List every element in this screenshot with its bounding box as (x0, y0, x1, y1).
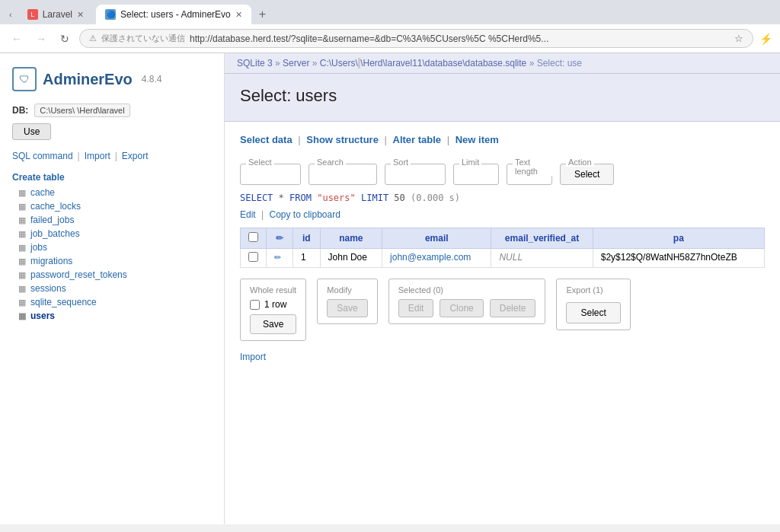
sidebar-table-item-cache[interactable]: ▦cache (6, 186, 224, 199)
table-link-sqlite_sequence[interactable]: sqlite_sequence (30, 297, 97, 307)
bookmark-btn[interactable]: ☆ (734, 33, 743, 44)
th-checkbox (241, 228, 267, 249)
table-icon: ▦ (18, 270, 26, 280)
edit-link[interactable]: Edit (240, 209, 256, 220)
sidebar-table-item-password_reset_tokens[interactable]: ▦password_reset_tokens (6, 268, 224, 282)
breadcrumb-current: Select: use (537, 58, 582, 68)
th-edit-icon: ✏ (267, 228, 293, 249)
breadcrumb-db[interactable]: C:\Users\ \Herd\laravel11\database\datab… (320, 58, 527, 68)
export-label: Export (1) (566, 285, 620, 295)
breadcrumb-server[interactable]: Server (283, 58, 309, 68)
sort-pa-link[interactable]: pa (673, 233, 684, 244)
tab-adminer-close[interactable]: ✕ (235, 10, 242, 20)
th-name[interactable]: name (320, 228, 382, 249)
modify-actions: Save (327, 299, 367, 317)
selected-clone-btn[interactable]: Clone (440, 299, 483, 317)
edit-pencil-icon: ✏ (276, 233, 283, 244)
data-table: ✏ id name email email_verified_at pa (240, 228, 765, 268)
copy-to-clipboard-link[interactable]: Copy to clipboard (269, 209, 340, 220)
row-checkbox[interactable] (248, 252, 258, 262)
sort-filter-input[interactable] (385, 164, 446, 185)
refresh-btn[interactable]: ↻ (56, 31, 73, 46)
save-button[interactable]: Save (250, 314, 296, 334)
table-link-jobs[interactable]: jobs (30, 242, 47, 253)
select-data-link[interactable]: Select data (240, 134, 292, 145)
breadcrumb-sqlite[interactable]: SQLite 3 (237, 58, 273, 68)
sidebar-table-item-migrations[interactable]: ▦migrations (6, 254, 224, 268)
table-link-users[interactable]: users (30, 311, 55, 321)
sidebar-table-item-sqlite_sequence[interactable]: ▦sqlite_sequence (6, 295, 224, 309)
th-id[interactable]: id (292, 228, 320, 249)
th-pa[interactable]: pa (593, 228, 764, 249)
selected-delete-btn[interactable]: Delete (490, 299, 536, 317)
extension-btn[interactable]: ⚡ (759, 33, 772, 45)
table-link-job_batches[interactable]: job_batches (30, 228, 80, 239)
action-group: Action Select (560, 164, 614, 185)
select-all-checkbox[interactable] (248, 232, 258, 242)
tab-laravel-close[interactable]: ✕ (77, 10, 84, 20)
table-icon: ▦ (18, 202, 26, 212)
table-icon: ▦ (18, 311, 26, 321)
nav-bar: ← → ↻ ⚠ 保護されていない通信 http://database.herd.… (0, 24, 780, 53)
sql-command-link[interactable]: SQL command (12, 151, 73, 161)
filter-select-button[interactable]: Select (560, 164, 614, 185)
new-item-link[interactable]: New item (456, 134, 499, 145)
sort-email-link[interactable]: email (425, 233, 449, 244)
sql-query-display: SELECT * FROM "users" LIMIT 50 (0.000 s) (240, 193, 765, 203)
export-select-btn[interactable]: Select (566, 302, 620, 323)
import-link-sidebar[interactable]: Import (85, 151, 110, 161)
sort-name-link[interactable]: name (339, 233, 363, 244)
table-link-cache_locks[interactable]: cache_locks (30, 201, 81, 212)
selected-edit-btn[interactable]: Edit (398, 299, 434, 317)
textlength-group: Text length 100 (507, 164, 552, 185)
whole-result-box: Whole result 1 row Save (240, 279, 306, 341)
tab-laravel[interactable]: L Laravel ✕ (18, 5, 93, 24)
table-list: ▦cache▦cache_locks▦failed_jobs▦job_batch… (0, 186, 224, 323)
row-edit-cell: ✏ (267, 249, 293, 268)
sql-keyword-select: SELECT (240, 193, 273, 203)
back-btn[interactable]: ← (8, 31, 26, 46)
tab-adminer[interactable]: 🔵 Select: users - AdminerEvo ✕ (96, 5, 251, 24)
table-link-password_reset_tokens[interactable]: password_reset_tokens (30, 269, 127, 280)
sidebar-table-item-jobs[interactable]: ▦jobs (6, 241, 224, 254)
import-anchor[interactable]: Import (240, 352, 266, 362)
tab-overflow-btn[interactable]: ‹ (6, 7, 15, 22)
forward-btn[interactable]: → (32, 31, 50, 46)
limit-input[interactable]: 50 (453, 164, 499, 185)
new-tab-btn[interactable]: + (254, 6, 270, 23)
sidebar: 🛡 AdminerEvo 4.8.4 DB: C:\Users\ \Herd\l… (0, 53, 225, 524)
row-edit-icon[interactable]: ✏ (274, 253, 281, 262)
table-row: ✏ 1 John Doe john@example.com NULL $2y$1… (241, 249, 765, 268)
textlength-label: Text length (513, 158, 552, 176)
search-filter-label: Search (315, 158, 346, 167)
logo-icon: 🛡 (12, 67, 37, 91)
th-email-verified-at[interactable]: email_verified_at (491, 228, 593, 249)
table-link-sessions[interactable]: sessions (30, 283, 66, 294)
select-filter-input[interactable] (240, 164, 301, 185)
tab-adminer-label: Select: users - AdminerEvo (120, 9, 231, 20)
th-email[interactable]: email (382, 228, 491, 249)
table-link-failed_jobs[interactable]: failed_jobs (30, 215, 74, 225)
sidebar-table-item-job_batches[interactable]: ▦job_batches (6, 227, 224, 241)
action-label: Action (566, 158, 594, 167)
row-count-text: 1 row (264, 299, 286, 310)
table-link-migrations[interactable]: migrations (30, 256, 72, 266)
sidebar-table-item-sessions[interactable]: ▦sessions (6, 282, 224, 295)
table-link-cache[interactable]: cache (30, 187, 55, 198)
modify-save-btn[interactable]: Save (327, 299, 367, 317)
whole-result-checkbox[interactable] (250, 300, 260, 310)
sql-timing: (0.000 s) (411, 193, 460, 203)
address-bar[interactable]: ⚠ 保護されていない通信 http://database.herd.test/?… (79, 29, 753, 48)
show-structure-link[interactable]: Show structure (306, 134, 379, 145)
create-table-link[interactable]: Create table (0, 167, 224, 186)
export-link-sidebar[interactable]: Export (122, 151, 149, 161)
sidebar-table-item-users[interactable]: ▦users (6, 309, 224, 323)
search-filter-input[interactable] (308, 164, 377, 185)
select-filter-group: Select (240, 164, 301, 185)
sidebar-table-item-cache_locks[interactable]: ▦cache_locks (6, 199, 224, 213)
sort-email-verified-link[interactable]: email_verified_at (505, 233, 579, 244)
alter-table-link[interactable]: Alter table (393, 134, 442, 145)
sidebar-table-item-failed_jobs[interactable]: ▦failed_jobs (6, 213, 224, 227)
sort-id-link[interactable]: id (302, 233, 311, 244)
use-button[interactable]: Use (12, 123, 51, 140)
